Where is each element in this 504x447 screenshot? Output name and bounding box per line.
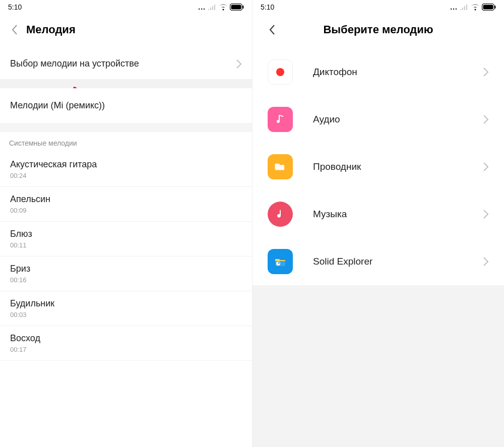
row-pick-on-device[interactable]: Выбор мелодии на устройстве [0, 48, 252, 79]
status-more-icon: ... [450, 3, 458, 11]
melody-duration: 00:17 [10, 346, 242, 353]
melody-duration: 00:24 [10, 172, 242, 179]
signal-icon [460, 4, 469, 10]
svg-rect-4 [483, 5, 493, 10]
melody-duration: 00:11 [10, 241, 242, 249]
chevron-left-icon [269, 24, 276, 35]
app-row-files[interactable]: Проводник [253, 143, 504, 190]
status-right: ... [450, 3, 496, 11]
chevron-right-icon [483, 257, 489, 267]
recorder-icon [268, 59, 293, 85]
chevron-right-icon [483, 209, 489, 219]
music-icon [268, 202, 293, 227]
svg-rect-1 [231, 5, 241, 10]
melody-name: Апельсин [10, 194, 242, 205]
wifi-icon [471, 4, 480, 11]
app-row-recorder[interactable]: Диктофон [253, 48, 504, 96]
chevron-right-icon [483, 162, 489, 172]
status-bar: 5:10 ... [253, 0, 504, 14]
screen-select-melody: 5:10 ... Выберите мелодию Диктофон Аудио [252, 0, 504, 447]
status-time: 5:10 [261, 3, 274, 11]
app-row-audio[interactable]: Аудио [253, 96, 504, 143]
melody-name: Блюз [10, 229, 242, 239]
header: Выберите мелодию [253, 14, 504, 48]
list-item[interactable]: Бриз 00:16 [0, 257, 252, 291]
list-item[interactable]: Акустическая гитара 00:24 [0, 152, 252, 187]
melody-name: Бриз [10, 264, 242, 274]
app-row-solid-explorer[interactable]: Solid Explorer [253, 238, 504, 285]
app-row-music[interactable]: Музыка [253, 190, 504, 238]
app-label: Проводник [313, 161, 483, 172]
system-melodies-list: Акустическая гитара 00:24 Апельсин 00:09… [0, 152, 252, 361]
melody-duration: 00:16 [10, 276, 242, 284]
melody-duration: 00:09 [10, 207, 242, 214]
empty-area [253, 285, 504, 447]
signal-icon [208, 4, 217, 10]
svg-point-6 [276, 68, 284, 76]
chevron-left-icon [11, 24, 18, 35]
melody-name: Восход [10, 333, 242, 344]
status-right: ... [198, 3, 244, 11]
status-more-icon: ... [198, 3, 206, 11]
list-item[interactable]: Будильник 00:03 [0, 291, 252, 326]
status-time: 5:10 [8, 3, 22, 11]
divider [0, 123, 252, 132]
list-item[interactable]: Апельсин 00:09 [0, 187, 252, 222]
back-button[interactable] [264, 21, 281, 38]
files-icon [268, 154, 293, 179]
audio-icon [268, 107, 293, 132]
divider [0, 79, 252, 88]
chevron-right-icon [236, 59, 242, 69]
back-button[interactable] [6, 21, 23, 38]
melody-name: Акустическая гитара [10, 159, 242, 170]
list-item[interactable]: Восход 00:17 [0, 326, 252, 361]
row-mi-remix[interactable]: Мелодии (Mi (ремикс)) [0, 88, 252, 123]
page-title: Мелодия [26, 23, 76, 36]
app-label: Solid Explorer [313, 256, 483, 267]
wifi-icon [219, 4, 228, 11]
app-label: Аудио [313, 114, 483, 125]
screen-melody: 5:10 ... Мелодия Выбор мелодии на устрой… [0, 0, 252, 447]
status-bar: 5:10 ... [0, 0, 252, 14]
header: Мелодия [0, 14, 252, 48]
battery-icon [230, 4, 244, 11]
svg-rect-5 [495, 6, 496, 9]
chevron-right-icon [483, 114, 489, 124]
app-label: Диктофон [313, 67, 483, 78]
svg-rect-2 [243, 6, 244, 9]
chevron-right-icon [483, 67, 489, 77]
melody-duration: 00:03 [10, 311, 242, 318]
section-header: Системные мелодии [0, 132, 252, 152]
melody-name: Будильник [10, 298, 242, 309]
solid-explorer-icon [268, 249, 293, 274]
row-label: Выбор мелодии на устройстве [10, 58, 236, 69]
app-label: Музыка [313, 209, 483, 220]
row-label: Мелодии (Mi (ремикс)) [10, 100, 242, 111]
list-item[interactable]: Блюз 00:11 [0, 222, 252, 257]
battery-icon [482, 4, 496, 11]
page-title: Выберите мелодию [281, 23, 476, 36]
